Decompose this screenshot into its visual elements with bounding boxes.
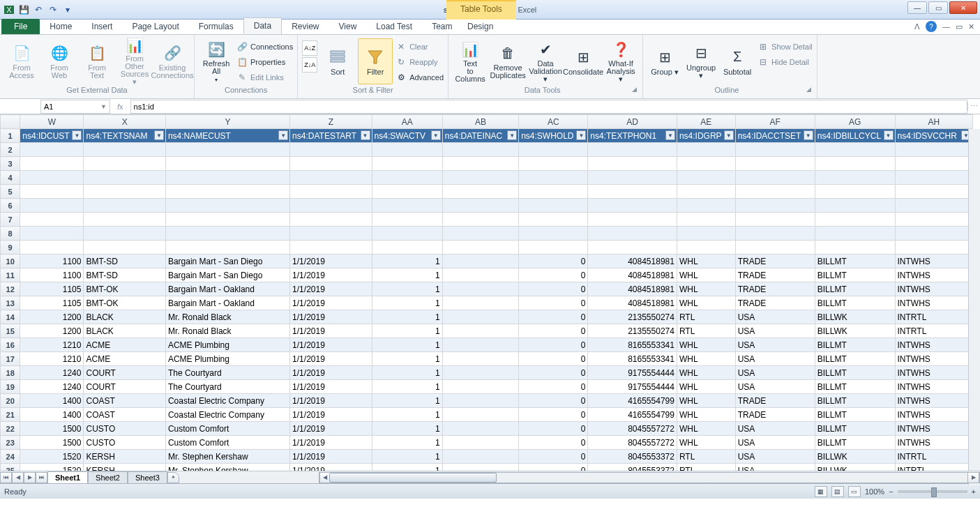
cell[interactable]: INTRTL — [895, 464, 972, 471]
cell[interactable] — [84, 143, 165, 157]
cell[interactable]: BMT-SD — [84, 268, 165, 282]
cell[interactable] — [735, 213, 815, 227]
cell[interactable] — [84, 171, 165, 185]
cell[interactable]: BILLWK — [815, 324, 895, 338]
cell[interactable]: 0 — [519, 296, 588, 310]
cell[interactable] — [895, 241, 972, 255]
cell[interactable]: 1/1/2019 — [290, 422, 372, 436]
cell[interactable] — [165, 143, 289, 157]
cell[interactable] — [442, 324, 518, 338]
cell[interactable] — [84, 199, 165, 213]
tab-design[interactable]: Design — [458, 19, 503, 34]
cell[interactable] — [84, 241, 165, 255]
table-header[interactable]: ns4:IDACCTSET▼ — [735, 129, 815, 143]
table-header[interactable]: ns4:TEXTPHON1▼ — [588, 129, 677, 143]
cell[interactable]: ACME — [84, 338, 165, 352]
row-header[interactable]: 4 — [1, 171, 20, 185]
cell[interactable]: INTWHS — [895, 255, 972, 268]
new-sheet-button[interactable]: ✦ — [167, 472, 179, 483]
cell[interactable]: 8165553341 — [588, 338, 677, 352]
first-sheet-button[interactable]: ⏮ — [0, 472, 12, 483]
cell[interactable]: INTWHS — [895, 366, 972, 380]
cell[interactable] — [735, 199, 815, 213]
cell[interactable]: RTL — [677, 324, 735, 338]
cell[interactable]: BILLMT — [815, 422, 895, 436]
cell[interactable] — [290, 213, 372, 227]
cell[interactable] — [442, 185, 518, 199]
cell[interactable] — [815, 185, 895, 199]
cell[interactable] — [372, 143, 442, 157]
doc-restore-icon[interactable]: ▭ — [956, 22, 963, 31]
cell[interactable] — [519, 143, 588, 157]
cell[interactable] — [815, 157, 895, 171]
cell[interactable] — [442, 366, 518, 380]
table-header[interactable]: ns4:IDGRP▼ — [677, 129, 735, 143]
cell[interactable] — [519, 213, 588, 227]
cell[interactable]: 1 — [372, 296, 442, 310]
sort-asc-button[interactable]: A↓Z — [302, 40, 317, 56]
cell[interactable] — [165, 227, 289, 241]
data-validation-button[interactable]: ✔DataValidation ▾ — [528, 38, 563, 84]
cell[interactable] — [588, 185, 677, 199]
cell[interactable] — [290, 185, 372, 199]
cell[interactable] — [519, 241, 588, 255]
cell[interactable]: Coastal Electric Company — [165, 408, 289, 422]
row-header[interactable]: 25 — [1, 464, 20, 471]
cell[interactable]: 8045557272 — [588, 436, 677, 450]
formula-input[interactable]: ns1:id — [130, 100, 967, 114]
save-icon[interactable]: 💾 — [17, 3, 30, 16]
cell[interactable] — [815, 213, 895, 227]
cell[interactable]: Custom Comfort — [165, 422, 289, 436]
cell[interactable] — [519, 199, 588, 213]
consolidate-button[interactable]: ⊞Consolidate — [566, 38, 601, 84]
row-header[interactable]: 2 — [1, 143, 20, 157]
advanced-button[interactable]: ⚙Advanced — [395, 70, 444, 84]
cell[interactable] — [442, 436, 518, 450]
cell[interactable] — [442, 255, 518, 268]
cell[interactable]: 4084518981 — [588, 282, 677, 296]
cell[interactable]: 0 — [519, 338, 588, 352]
cell[interactable]: WHL — [677, 380, 735, 394]
cell[interactable]: BMT-OK — [84, 282, 165, 296]
cell[interactable]: 1 — [372, 408, 442, 422]
cell[interactable]: USA — [735, 338, 815, 352]
cell[interactable]: 0 — [519, 408, 588, 422]
cell[interactable]: ACME — [84, 352, 165, 366]
cell[interactable]: WHL — [677, 282, 735, 296]
cell[interactable]: TRADE — [735, 282, 815, 296]
cell[interactable]: 2135550274 — [588, 310, 677, 324]
col-header[interactable]: X — [84, 115, 165, 129]
scroll-thumb[interactable] — [329, 473, 497, 483]
cell[interactable] — [442, 450, 518, 464]
cell[interactable]: 1200 — [20, 310, 84, 324]
cell[interactable]: USA — [735, 366, 815, 380]
col-header[interactable]: AF — [735, 115, 815, 129]
cell[interactable] — [895, 213, 972, 227]
cell[interactable]: 1/1/2019 — [290, 450, 372, 464]
cell[interactable] — [677, 157, 735, 171]
cell[interactable]: 2135550274 — [588, 324, 677, 338]
existing-connections-button[interactable]: 🔗ExistingConnections — [155, 38, 190, 84]
cell[interactable] — [442, 394, 518, 408]
hide-detail-button[interactable]: ⊟Hide Detail — [757, 55, 813, 69]
cell[interactable] — [84, 227, 165, 241]
cell[interactable] — [442, 408, 518, 422]
cell[interactable]: 1100 — [20, 268, 84, 282]
cell[interactable] — [735, 227, 815, 241]
cell[interactable]: TRADE — [735, 268, 815, 282]
cell[interactable]: 1210 — [20, 338, 84, 352]
row-header[interactable]: 12 — [1, 282, 20, 296]
cell[interactable]: 1 — [372, 255, 442, 268]
tab-insert[interactable]: Insert — [82, 19, 122, 34]
page-layout-button[interactable]: ▤ — [831, 486, 844, 497]
col-header[interactable]: AB — [442, 115, 518, 129]
cell[interactable] — [588, 199, 677, 213]
select-all[interactable] — [1, 115, 20, 129]
row-header[interactable]: 14 — [1, 310, 20, 324]
scroll-right-button[interactable]: ▶ — [967, 472, 979, 483]
cell[interactable] — [442, 227, 518, 241]
cell[interactable] — [677, 185, 735, 199]
cell[interactable] — [735, 143, 815, 157]
cell[interactable]: 1/1/2019 — [290, 296, 372, 310]
cell[interactable]: BILLMT — [815, 338, 895, 352]
